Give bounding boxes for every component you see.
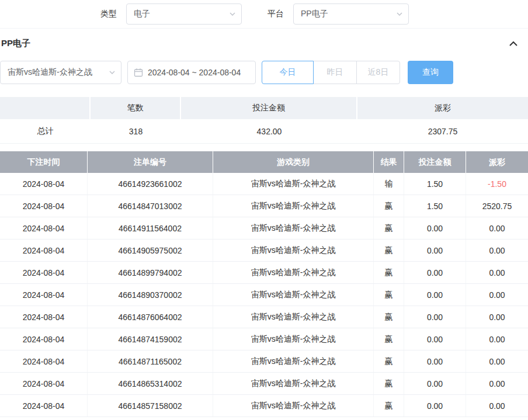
cell-bet-time: 2024-08-04 xyxy=(0,373,88,394)
platform-select[interactable]: PP电子 xyxy=(293,4,409,25)
cell-payout: 0.00 xyxy=(466,373,528,394)
cell-order-no: 46614857158002 xyxy=(88,395,213,416)
cell-result: 输 xyxy=(374,173,404,195)
cell-result: 赢 xyxy=(374,239,404,261)
header-bet-time: 下注时间 xyxy=(0,151,88,173)
cell-payout: 0.00 xyxy=(466,395,528,416)
header-order-no: 注单编号 xyxy=(88,151,213,173)
summary-header-count: 笔数 xyxy=(91,97,181,119)
cell-bet-time: 2024-08-04 xyxy=(0,284,88,306)
cell-bet-time: 2024-08-04 xyxy=(0,173,88,195)
cell-bet-amount: 0.00 xyxy=(404,262,466,283)
cell-payout: 0.00 xyxy=(466,284,528,306)
cell-bet-amount: 0.00 xyxy=(404,284,466,306)
cell-bet-amount: 0.00 xyxy=(404,217,466,239)
cell-result: 赢 xyxy=(374,373,404,394)
type-select[interactable]: 电子 xyxy=(126,4,242,25)
chevron-up-icon xyxy=(509,39,517,48)
cell-order-no: 46614899794002 xyxy=(88,262,213,283)
cell-bet-time: 2024-08-04 xyxy=(0,395,88,416)
table-row: 2024-08-04 46614911564002 宙斯vs哈迪斯-众神之战 赢… xyxy=(0,217,528,239)
cell-payout: 0.00 xyxy=(466,328,528,350)
table-row: 2024-08-04 46614874159002 宙斯vs哈迪斯-众神之战 赢… xyxy=(0,328,528,350)
summary-total-bet-amount: 432.00 xyxy=(181,119,357,143)
cell-payout: 0.00 xyxy=(466,239,528,261)
cell-payout: 2520.75 xyxy=(466,195,528,217)
cell-bet-time: 2024-08-04 xyxy=(0,350,88,372)
cell-bet-time: 2024-08-04 xyxy=(0,195,88,217)
cell-game-type: 宙斯vs哈迪斯-众神之战 xyxy=(213,217,374,239)
cell-bet-amount: 0.00 xyxy=(404,239,466,261)
cell-game-type: 宙斯vs哈迪斯-众神之战 xyxy=(213,284,374,306)
chevron-down-icon xyxy=(397,12,402,16)
cell-payout: 0.00 xyxy=(466,306,528,328)
summary-total-payout: 2307.75 xyxy=(357,119,528,143)
last-8-days-button[interactable]: 近8日 xyxy=(356,61,400,84)
cell-game-type: 宙斯vs哈迪斯-众神之战 xyxy=(213,306,374,328)
date-range-value: 2024-08-04 ~ 2024-08-04 xyxy=(148,68,241,77)
cell-payout: -1.50 xyxy=(466,173,528,195)
summary-table: 笔数 投注金额 派彩 总计 318 432.00 2307.75 xyxy=(0,97,528,144)
game-select[interactable]: 宙斯vs哈迪斯-众神之战 xyxy=(0,61,121,84)
summary-header-bet-amount: 投注金额 xyxy=(181,97,357,119)
cell-result: 赢 xyxy=(374,306,404,328)
table-row: 2024-08-04 46614847013002 宙斯vs哈迪斯-众神之战 赢… xyxy=(0,195,528,217)
cell-payout: 0.00 xyxy=(466,262,528,283)
summary-total-row: 总计 318 432.00 2307.75 xyxy=(0,119,528,144)
date-range-picker[interactable]: 2024-08-04 ~ 2024-08-04 xyxy=(127,61,256,84)
cell-order-no: 46614905975002 xyxy=(88,239,213,261)
cell-bet-amount: 0.00 xyxy=(404,306,466,328)
cell-bet-time: 2024-08-04 xyxy=(0,239,88,261)
today-button[interactable]: 今日 xyxy=(262,61,314,84)
cell-order-no: 46614874159002 xyxy=(88,328,213,350)
cell-order-no: 46614871165002 xyxy=(88,350,213,372)
cell-game-type: 宙斯vs哈迪斯-众神之战 xyxy=(213,239,374,261)
cell-result: 赢 xyxy=(374,284,404,306)
cell-result: 赢 xyxy=(374,195,404,217)
platform-select-value: PP电子 xyxy=(301,9,328,19)
summary-total-count: 318 xyxy=(91,119,181,143)
cell-bet-time: 2024-08-04 xyxy=(0,262,88,283)
cell-game-type: 宙斯vs哈迪斯-众神之战 xyxy=(213,395,374,416)
cell-order-no: 46614923661002 xyxy=(88,173,213,195)
cell-bet-time: 2024-08-04 xyxy=(0,217,88,239)
table-row: 2024-08-04 46614899794002 宙斯vs哈迪斯-众神之战 赢… xyxy=(0,262,528,284)
cell-game-type: 宙斯vs哈迪斯-众神之战 xyxy=(213,262,374,283)
cell-payout: 0.00 xyxy=(466,217,528,239)
calendar-icon xyxy=(134,68,143,77)
cell-order-no: 46614890370002 xyxy=(88,284,213,306)
cell-bet-amount: 0.00 xyxy=(404,350,466,372)
cell-bet-amount: 0.00 xyxy=(404,328,466,350)
query-toolbar: 宙斯vs哈迪斯-众神之战 2024-08-04 ~ 2024-08-04 今日 … xyxy=(0,61,528,84)
collapse-section-button[interactable] xyxy=(507,39,520,48)
cell-bet-amount: 1.50 xyxy=(404,195,466,217)
cell-order-no: 46614865314002 xyxy=(88,373,213,394)
cell-game-type: 宙斯vs哈迪斯-众神之战 xyxy=(213,373,374,394)
cell-payout: 0.00 xyxy=(466,350,528,372)
chevron-down-icon xyxy=(109,71,115,74)
cell-game-type: 宙斯vs哈迪斯-众神之战 xyxy=(213,328,374,350)
yesterday-button[interactable]: 昨日 xyxy=(313,61,357,84)
summary-header-row: 笔数 投注金额 派彩 xyxy=(0,97,528,119)
table-row: 2024-08-04 46614857158002 宙斯vs哈迪斯-众神之战 赢… xyxy=(0,395,528,417)
summary-header-blank xyxy=(0,97,91,119)
cell-order-no: 46614876064002 xyxy=(88,306,213,328)
date-shortcut-group: 今日 昨日 近8日 xyxy=(262,61,400,84)
query-button[interactable]: 查询 xyxy=(408,61,453,84)
cell-order-no: 46614847013002 xyxy=(88,195,213,217)
game-select-value: 宙斯vs哈迪斯-众神之战 xyxy=(8,67,92,78)
cell-result: 赢 xyxy=(374,395,404,416)
table-row: 2024-08-04 46614865314002 宙斯vs哈迪斯-众神之战 赢… xyxy=(0,373,528,395)
cell-order-no: 46614911564002 xyxy=(88,217,213,239)
type-filter-label: 类型 xyxy=(100,9,117,19)
bet-table-header-row: 下注时间 注单编号 游戏类别 结果 投注金额 派彩 xyxy=(0,151,528,173)
cell-game-type: 宙斯vs哈迪斯-众神之战 xyxy=(213,195,374,217)
section-header: PP电子 xyxy=(0,29,528,58)
cell-result: 赢 xyxy=(374,350,404,372)
table-row: 2024-08-04 46614905975002 宙斯vs哈迪斯-众神之战 赢… xyxy=(0,239,528,262)
header-result: 结果 xyxy=(374,151,404,173)
cell-result: 赢 xyxy=(374,262,404,283)
platform-filter-label: 平台 xyxy=(268,9,284,19)
chevron-down-icon xyxy=(230,12,235,16)
cell-result: 赢 xyxy=(374,217,404,239)
